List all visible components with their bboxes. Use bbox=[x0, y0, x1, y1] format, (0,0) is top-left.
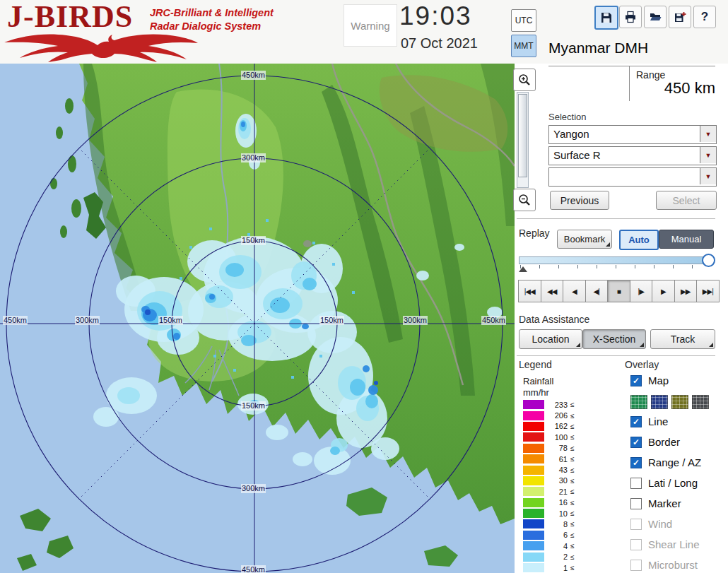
legend-color-swatch bbox=[523, 432, 544, 442]
legend-lte-sign: ≤ bbox=[570, 553, 575, 561]
map-pattern-swatch-green[interactable] bbox=[630, 395, 647, 409]
save-icon bbox=[600, 11, 613, 24]
station-title: Myanmar DMH bbox=[548, 40, 648, 57]
slider-thumb[interactable] bbox=[702, 254, 715, 267]
clock-date: 07 Oct 2021 bbox=[401, 35, 478, 52]
site-dropdown[interactable]: Yangon ▼ bbox=[548, 125, 717, 144]
overlay-item-label: Map bbox=[648, 374, 669, 386]
warning-indicator[interactable]: Warning bbox=[344, 4, 397, 47]
checkbox-unchecked-icon[interactable] bbox=[630, 498, 642, 509]
overlay-item-lati-long[interactable]: Lati / Long bbox=[630, 477, 698, 489]
legend-lte-sign: ≤ bbox=[570, 412, 575, 420]
utc-toggle-button[interactable]: UTC bbox=[511, 9, 536, 32]
map-zoom-scrollbar[interactable] bbox=[517, 92, 529, 188]
checkbox-checked-icon[interactable] bbox=[630, 375, 642, 386]
legend-lte-sign: ≤ bbox=[570, 423, 575, 430]
slider-track[interactable] bbox=[519, 256, 714, 264]
step-forward-button[interactable]: |▶ bbox=[630, 280, 653, 302]
app-logo-title: J-BIRDS bbox=[7, 0, 133, 35]
legend-row: 10≤ bbox=[523, 508, 575, 519]
save-button[interactable] bbox=[594, 6, 618, 30]
overlay-item-marker[interactable]: Marker bbox=[630, 497, 681, 509]
zoom-out-button[interactable] bbox=[513, 189, 536, 211]
legend-row: 61≤ bbox=[523, 454, 575, 464]
step-back-button[interactable]: ◀| bbox=[585, 280, 609, 302]
range-ring-label: 450km bbox=[3, 316, 28, 325]
legend-row: 1≤ bbox=[523, 562, 575, 573]
chevron-down-icon: ▼ bbox=[700, 168, 716, 184]
legend-title-rainfall: Rainfall bbox=[523, 376, 553, 386]
legend-row: 162≤ bbox=[523, 421, 575, 432]
overlay-item-range-az[interactable]: Range / AZ bbox=[630, 456, 701, 468]
play-button[interactable]: ▶ bbox=[652, 280, 675, 302]
fast-rewind-button[interactable]: ◀◀ bbox=[541, 280, 564, 302]
save-as-button[interactable] bbox=[669, 6, 691, 28]
help-button[interactable]: ? bbox=[693, 6, 716, 28]
zoom-in-button[interactable] bbox=[513, 69, 536, 91]
checkbox-unchecked-icon[interactable] bbox=[630, 478, 642, 489]
map-pattern-swatch-navy[interactable] bbox=[651, 395, 668, 409]
legend-color-swatch bbox=[523, 509, 544, 518]
legend-row: 206≤ bbox=[523, 410, 575, 420]
legend-lte-sign: ≤ bbox=[570, 531, 575, 539]
map-pattern-swatch-gray[interactable] bbox=[692, 395, 709, 409]
overlay-item-label: Border bbox=[648, 436, 680, 448]
checkbox-checked-icon[interactable] bbox=[630, 437, 642, 448]
legend-lte-sign: ≤ bbox=[570, 488, 575, 495]
overlay-item-border[interactable]: Border bbox=[630, 436, 680, 448]
overlay-item-microburst: Microburst bbox=[630, 559, 698, 571]
scrollbar-thumb[interactable] bbox=[518, 94, 527, 177]
print-button[interactable] bbox=[619, 6, 642, 28]
legend-color-swatch bbox=[523, 444, 544, 453]
map-pattern-swatch-olive[interactable] bbox=[671, 395, 688, 409]
skip-to-start-button[interactable]: |◀◀ bbox=[518, 280, 541, 302]
previous-button[interactable]: Previous bbox=[550, 191, 609, 210]
range-ring-label: 150km bbox=[241, 236, 266, 245]
stop-button[interactable]: ■ bbox=[607, 280, 630, 302]
legend-color-swatch bbox=[523, 519, 544, 528]
legend-lte-sign: ≤ bbox=[570, 542, 575, 550]
select-button[interactable]: Select bbox=[656, 191, 717, 210]
legend-label: Legend bbox=[519, 359, 552, 370]
legend-row: 78≤ bbox=[523, 443, 575, 454]
checkbox-checked-icon[interactable] bbox=[630, 416, 642, 427]
legend-lte-sign: ≤ bbox=[570, 433, 575, 441]
range-ring-label: 450km bbox=[241, 71, 266, 80]
legend-value: 43 bbox=[551, 466, 568, 474]
checkbox-disabled-icon bbox=[630, 560, 642, 571]
extra-dropdown[interactable]: ▼ bbox=[548, 167, 717, 187]
legend-color-swatch bbox=[523, 531, 544, 540]
overlay-item-label: Wind bbox=[648, 518, 672, 530]
open-folder-button[interactable] bbox=[644, 6, 667, 28]
slider-ticks bbox=[520, 265, 711, 268]
manual-mode-button[interactable]: Manual bbox=[659, 230, 714, 249]
checkbox-checked-icon[interactable] bbox=[630, 457, 642, 468]
playback-controls: |◀◀ ◀◀ ◀ ◀| ■ |▶ ▶ ▶▶ ▶▶| bbox=[518, 280, 719, 302]
overlay-item-label: Shear Line bbox=[648, 538, 700, 550]
track-button[interactable]: Track bbox=[650, 329, 715, 349]
legend-row: 2≤ bbox=[523, 551, 575, 562]
range-ring-label: 150km bbox=[241, 401, 266, 410]
replay-timeline-slider[interactable] bbox=[519, 253, 714, 274]
legend-color-swatch bbox=[523, 422, 544, 431]
range-ring-label: 450km bbox=[241, 565, 266, 573]
legend-value: 162 bbox=[551, 422, 568, 430]
mmt-toggle-button[interactable]: MMT bbox=[511, 35, 536, 57]
site-dropdown-value: Yangon bbox=[553, 128, 589, 140]
legend-value: 78 bbox=[551, 444, 568, 452]
open-folder-icon bbox=[649, 11, 662, 23]
auto-mode-button[interactable]: Auto bbox=[619, 230, 659, 250]
skip-to-end-button[interactable]: ▶▶| bbox=[696, 280, 720, 302]
legend-row: 43≤ bbox=[523, 464, 575, 475]
play-backward-button[interactable]: ◀ bbox=[563, 280, 586, 302]
x-section-button[interactable]: X-Section bbox=[582, 329, 646, 349]
product-dropdown[interactable]: Surface R ▼ bbox=[548, 146, 717, 165]
overlay-item-map[interactable]: Map bbox=[630, 374, 669, 386]
header-bar: J-BIRDS JRC-Brilliant & Intelligent Rada… bbox=[0, 0, 728, 64]
fast-forward-button[interactable]: ▶▶ bbox=[674, 280, 698, 302]
overlay-item-line[interactable]: Line bbox=[630, 415, 668, 427]
location-button[interactable]: Location bbox=[519, 329, 582, 349]
bookmark-button[interactable]: Bookmark bbox=[557, 230, 612, 249]
range-value: 450 km bbox=[622, 79, 715, 98]
logo-subtitle-line1: JRC-Brilliant & Intelligent bbox=[150, 6, 274, 20]
